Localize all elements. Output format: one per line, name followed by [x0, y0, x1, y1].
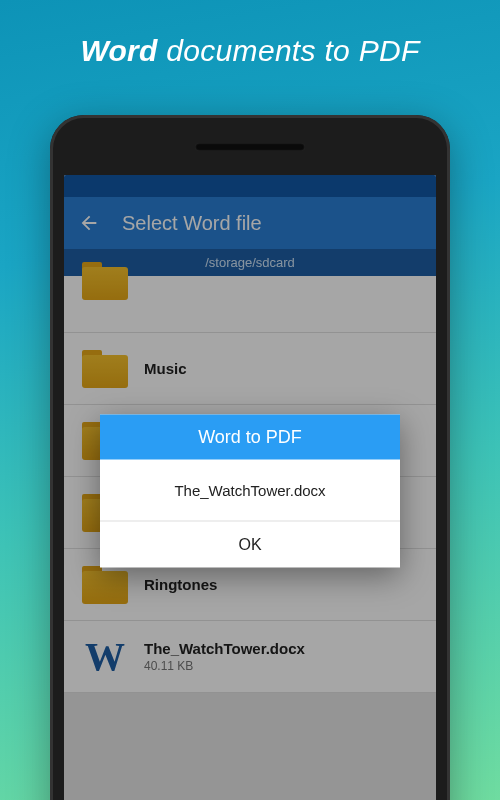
dialog-title: Word to PDF: [100, 414, 400, 459]
dialog-filename: The_WatchTower.docx: [100, 459, 400, 521]
headline-rest: documents to PDF: [158, 34, 420, 67]
ok-button[interactable]: OK: [100, 521, 400, 567]
phone-speaker: [195, 143, 305, 151]
promo-headline: Word documents to PDF: [0, 0, 500, 68]
headline-bold: Word: [80, 34, 157, 67]
phone-screen: Select Word file /storage/sdcard Music N…: [64, 175, 436, 800]
convert-dialog: Word to PDF The_WatchTower.docx OK: [100, 414, 400, 567]
phone-frame: Select Word file /storage/sdcard Music N…: [50, 115, 450, 800]
